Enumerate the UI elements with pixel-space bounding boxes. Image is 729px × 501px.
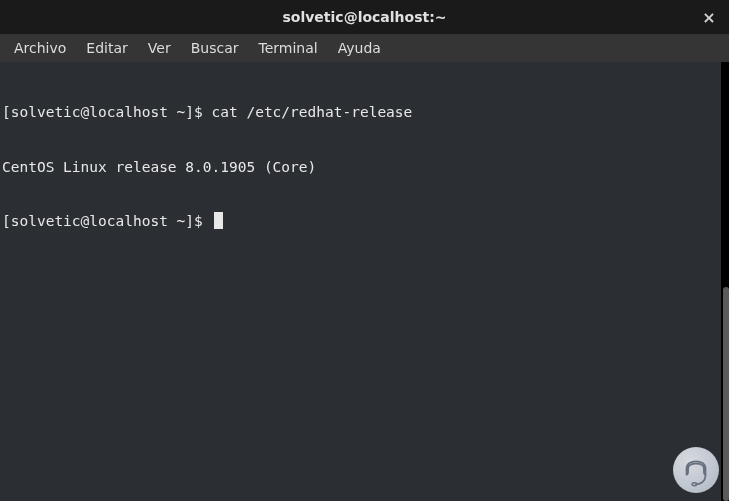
cursor-block	[214, 212, 223, 229]
menu-editar[interactable]: Editar	[76, 37, 137, 59]
terminal-output: CentOS Linux release 8.0.1905 (Core)	[2, 158, 719, 176]
terminal-body[interactable]: [solvetic@localhost ~]$ cat /etc/redhat-…	[0, 62, 721, 501]
window-titlebar: solvetic@localhost:~ ×	[0, 0, 729, 34]
window-title: solvetic@localhost:~	[282, 9, 446, 25]
shell-prompt: [solvetic@localhost ~]$	[2, 104, 212, 120]
menubar: Archivo Editar Ver Buscar Terminal Ayuda	[0, 34, 729, 62]
headphone-icon	[680, 451, 712, 489]
terminal-line: [solvetic@localhost ~]$	[2, 212, 719, 230]
shell-command: cat /etc/redhat-release	[212, 104, 413, 120]
scrollbar-thumb[interactable]	[723, 287, 729, 501]
shell-prompt: [solvetic@localhost ~]$	[2, 213, 212, 229]
watermark-badge	[673, 447, 719, 493]
close-icon[interactable]: ×	[699, 7, 719, 27]
terminal-line: [solvetic@localhost ~]$ cat /etc/redhat-…	[2, 103, 719, 121]
menu-terminal[interactable]: Terminal	[248, 37, 327, 59]
menu-archivo[interactable]: Archivo	[4, 37, 76, 59]
menu-buscar[interactable]: Buscar	[181, 37, 249, 59]
vertical-scrollbar[interactable]	[721, 62, 729, 501]
menu-ver[interactable]: Ver	[138, 37, 181, 59]
menu-ayuda[interactable]: Ayuda	[328, 37, 391, 59]
svg-point-0	[692, 483, 697, 486]
